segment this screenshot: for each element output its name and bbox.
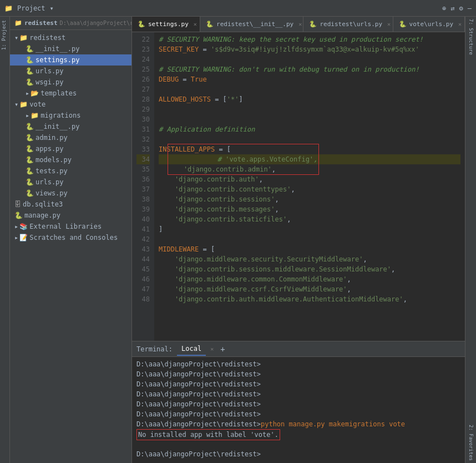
minimize-icon[interactable]: — [468, 4, 472, 12]
expand-icon: ▸ [26, 89, 29, 97]
tab-redistest-urls[interactable]: 🐍 redistest\urls.py ✕ [303, 17, 393, 32]
code-line-34: # 'vote.apps.VoteConfig', [159, 154, 460, 164]
py-file-icon: 🐍 [26, 56, 34, 64]
project-root-label: redistest [24, 19, 58, 27]
tab-icon: 🐍 [206, 21, 214, 28]
tree-file-models[interactable]: 🐍 models.py [10, 154, 131, 165]
editor-area: 🐍 settings.py ✕ 🐍 redistest\__init__.py … [132, 17, 465, 463]
terminal-line-2: D:\aaa\djangoProject\redistest> [136, 369, 460, 379]
dropdown-icon[interactable]: ▾ [50, 4, 54, 12]
lib-icon: 📚 [19, 223, 28, 230]
code-line-38: 'django.contrib.sessions', [159, 194, 460, 204]
tree-folder-migrations[interactable]: ▸ 📁 migrations [10, 110, 131, 121]
code-line-45: 'django.contrib.sessions.middleware.Sess… [159, 264, 460, 274]
folder-icon: 📁 [19, 100, 28, 108]
terminal-line-3: D:\aaa\djangoProject\redistest> [136, 379, 460, 389]
tab-close[interactable]: ✕ [194, 21, 197, 27]
panel-header: 📁 redistest D:\aaa\djangoProject\rediste… [10, 17, 131, 30]
code-line-28: ALLOWED_HOSTS = ['*'] [159, 94, 460, 104]
folder-icon: 📁 [31, 112, 39, 119]
terminal-line-cmd: D:\aaa\djangoProject\redistest>python ma… [136, 419, 460, 429]
py-file-icon: 🐍 [26, 45, 34, 53]
code-line-23: SECRET_KEY = 's$d9v=3siq#!iyuj!zlfdssymx… [159, 44, 460, 54]
project-icon: 📁 [4, 4, 13, 12]
expand-icon: ▸ [26, 112, 29, 119]
py-file-icon: 🐍 [26, 78, 34, 86]
file-label: views.py [36, 189, 68, 197]
py-file-icon: 🐍 [26, 145, 34, 153]
tab-label: settings.py [148, 21, 189, 28]
code-line-42 [159, 234, 460, 244]
code-line-24 [159, 54, 460, 64]
folder-label: migrations [40, 112, 80, 119]
structure-label[interactable]: 7: Structure [467, 17, 475, 57]
tree-file-wsgi[interactable]: 🐍 wsgi.py [10, 77, 131, 88]
add-icon[interactable]: ⊕ [442, 4, 446, 12]
terminal-line-6: D:\aaa\djangoProject\redistest> [136, 409, 460, 419]
file-tree: ▾ 📁 redistest 🐍 __init__.py 🐍 settings.p… [10, 30, 131, 463]
settings-icon[interactable]: ⚙ [459, 4, 463, 12]
tree-file-apps[interactable]: 🐍 apps.py [10, 143, 131, 154]
add-terminal-icon[interactable]: + [220, 345, 225, 354]
tab-close[interactable]: ✕ [387, 21, 391, 27]
project-panel-label[interactable]: 1: Project [0, 17, 9, 53]
code-line-26: DEBUG = True [159, 74, 460, 84]
code-line-27 [159, 84, 460, 94]
tab-close[interactable]: ✕ [458, 21, 462, 27]
tree-file-vote-init[interactable]: 🐍 __init__.py [10, 121, 131, 132]
split-icon[interactable]: ⇄ [450, 4, 454, 12]
tree-file-manage[interactable]: 🐍 manage.py [10, 210, 131, 221]
tree-folder-vote[interactable]: ▾ 📁 vote [10, 99, 131, 110]
tree-file-tests[interactable]: 🐍 tests.py [10, 165, 131, 177]
tree-folder-redistest[interactable]: ▾ 📁 redistest [10, 32, 131, 43]
tree-folder-external-libs[interactable]: ▸ 📚 External Libraries [10, 221, 131, 232]
folder-label: vote [29, 100, 45, 108]
py-file-icon: 🐍 [26, 134, 34, 142]
tab-vote-urls[interactable]: 🐍 vote\urls.py ✕ [393, 17, 465, 32]
close-local-icon[interactable]: ✕ [210, 346, 214, 352]
tree-file-urls[interactable]: 🐍 urls.py [10, 66, 131, 77]
line-numbers: 22 23 24 25 26 27 28 29 30 31 32 33 34 3… [132, 32, 154, 341]
code-text[interactable]: # SECURITY WARNING: keep the secret key … [154, 32, 465, 341]
code-editor[interactable]: 22 23 24 25 26 27 28 29 30 31 32 33 34 3… [132, 32, 465, 341]
collapse-icon: ▾ [14, 34, 18, 42]
db-file-icon: 🗄 [14, 200, 21, 208]
code-line-48: 'django.contrib.auth.middleware.Authenti… [159, 294, 460, 304]
tab-init[interactable]: 🐍 redistest\__init__.py ✕ [200, 17, 303, 32]
terminal-error-line: No installed app with label 'vote'. [136, 429, 460, 439]
py-file-icon: 🐍 [26, 67, 34, 75]
expand-icon: ▸ [14, 223, 18, 230]
tab-label: vote\urls.py [409, 21, 453, 28]
terminal-line-empty [136, 439, 460, 449]
folder-label: External Libraries [29, 223, 102, 230]
code-line-44: 'django.middleware.security.SecurityMidd… [159, 254, 460, 264]
code-line-43: MIDDLEWARE = [ [159, 244, 460, 254]
favorites-label[interactable]: 2: Favorites [467, 422, 475, 463]
tree-file-db[interactable]: 🗄 db.sqlite3 [10, 199, 131, 210]
py-file-icon: 🐍 [26, 167, 34, 175]
file-label: __init__.py [36, 123, 79, 130]
code-line-36: 'django.contrib.auth', [159, 174, 460, 184]
tab-local[interactable]: Local [177, 343, 206, 356]
code-line-29 [159, 104, 460, 114]
tab-settings[interactable]: 🐍 settings.py ✕ [132, 17, 200, 32]
tree-file-views[interactable]: 🐍 views.py [10, 188, 131, 199]
terminal-output[interactable]: D:\aaa\djangoProject\redistest> D:\aaa\d… [132, 357, 465, 463]
folder-label: templates [40, 89, 77, 97]
folder-expand-icon: 📁 [14, 19, 22, 27]
tree-file-admin[interactable]: 🐍 admin.py [10, 132, 131, 143]
tree-file-vote-urls[interactable]: 🐍 urls.py [10, 177, 131, 188]
code-line-31: # Application definition [159, 124, 460, 134]
right-sidebar: 7: Structure 2: Favorites [465, 17, 476, 463]
code-line-22: # SECURITY WARNING: keep the secret key … [159, 34, 460, 44]
file-label: settings.py [36, 56, 79, 64]
tree-file-init[interactable]: 🐍 __init__.py [10, 43, 131, 54]
tree-folder-templates[interactable]: ▸ 📂 templates [10, 88, 131, 99]
code-line-40: 'django.contrib.staticfiles', [159, 214, 460, 224]
tab-close[interactable]: ✕ [298, 21, 302, 27]
file-label: apps.py [36, 145, 64, 153]
terminal-label: Terminal: [136, 345, 173, 353]
tree-file-settings[interactable]: 🐍 settings.py [10, 54, 131, 66]
py-file-icon: 🐍 [26, 178, 34, 186]
tree-folder-scratches[interactable]: ▸ 📝 Scratches and Consoles [10, 232, 131, 243]
